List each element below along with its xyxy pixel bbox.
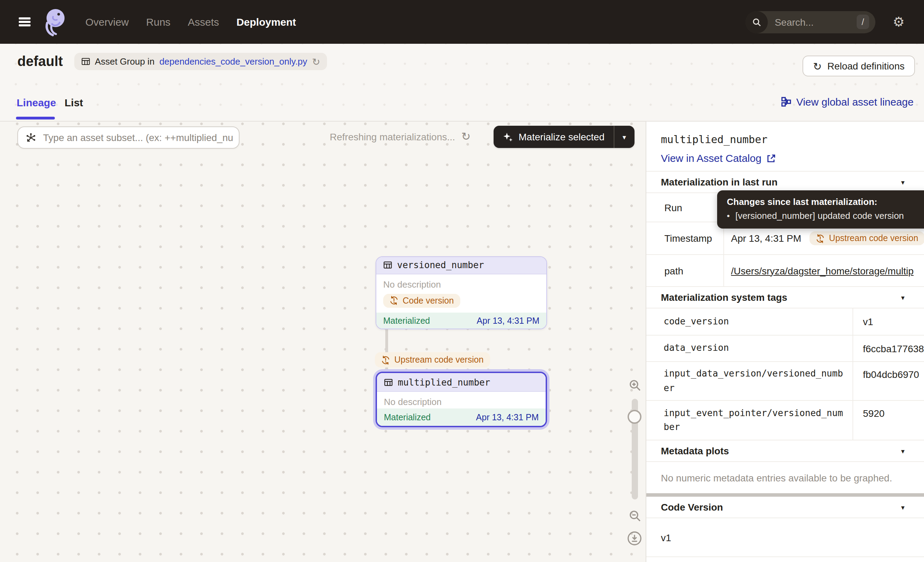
asset-details-sidebar: multiplied_number View in Asset Catalog …	[646, 122, 924, 562]
asset-node-description: No description	[376, 274, 546, 289]
tooltip-change-item: [versioned_number] updated code version	[735, 210, 904, 221]
chip-reload-icon[interactable]: ↻	[312, 56, 320, 67]
path-row: path /Users/sryza/dagster_home/storage/m…	[646, 255, 924, 287]
materialize-selected-button[interactable]: Materialize selected ▾	[494, 126, 634, 148]
asset-group-chip: Asset Group in dependencies_code_version…	[74, 53, 327, 70]
page-title: default	[17, 54, 63, 69]
nav-item-runs[interactable]: Runs	[146, 16, 170, 28]
zoom-out-icon[interactable]	[628, 509, 641, 522]
refresh-icon[interactable]: ↻	[461, 131, 471, 143]
reload-definitions-button[interactable]: ↻ Reload definitions	[802, 56, 915, 77]
section-metadata-plots[interactable]: Metadata plots ▾	[646, 440, 924, 462]
tab-list[interactable]: List	[64, 96, 83, 108]
metadata-plots-empty-text: No numeric metadata entries available to…	[646, 462, 924, 493]
zoom-slider-knob[interactable]	[628, 410, 642, 424]
code-version-icon	[816, 234, 825, 243]
path-value-link[interactable]: /Users/sryza/dagster_home/storage/multip	[731, 265, 914, 276]
chevron-down-icon[interactable]: ▾	[901, 178, 904, 186]
asset-subset-icon	[26, 132, 36, 143]
tab-lineage[interactable]: Lineage	[16, 96, 56, 108]
active-tab-underline	[16, 117, 55, 119]
asset-subset-input[interactable]	[42, 131, 239, 144]
nav-item-overview[interactable]: Overview	[86, 16, 129, 28]
tag-value: 5920	[853, 401, 924, 440]
nav-item-deployment[interactable]: Deployment	[236, 16, 296, 28]
asset-group-file-link[interactable]: dependencies_code_version_only.py	[159, 56, 307, 67]
gear-icon[interactable]: ⚙	[889, 15, 909, 29]
chevron-down-icon[interactable]: ▾	[901, 503, 904, 511]
tooltip-title: Changes since last materialization:	[727, 197, 920, 207]
timestamp-value: Apr 13, 4:31 PM	[731, 233, 801, 244]
materialized-timestamp[interactable]: Apr 13, 4:31 PM	[477, 316, 539, 326]
asset-graph-pane[interactable]: Refreshing materializations... ↻ Materia…	[0, 122, 646, 562]
timestamp-label: Timestamp	[646, 222, 724, 254]
system-tag-row: input_data_version/versioned_number fb04…	[646, 362, 924, 401]
system-tag-row: code_version v1	[646, 308, 924, 335]
tag-key: code_version	[646, 308, 853, 335]
search-input[interactable]	[768, 17, 856, 27]
tag-value: f6ccba177638	[853, 335, 924, 361]
section-materialization-in-last-run[interactable]: Materialization in last run ▾	[646, 171, 924, 193]
table-icon	[383, 261, 392, 270]
section-divider	[646, 493, 924, 497]
asset-node-description: No description	[377, 392, 546, 407]
chevron-down-icon[interactable]: ▾	[901, 293, 904, 301]
materialize-dropdown-caret[interactable]: ▾	[614, 126, 634, 148]
view-global-asset-lineage-link[interactable]: View global asset lineage	[781, 96, 914, 108]
menu-icon[interactable]	[19, 17, 30, 26]
upstream-code-version-tag[interactable]: Upstream code version	[810, 231, 924, 245]
section-config[interactable]: Config	[646, 557, 924, 562]
slash-shortcut-badge: /	[856, 15, 869, 29]
download-graph-icon[interactable]	[627, 531, 642, 546]
external-link-icon	[766, 153, 776, 163]
code-version-tag[interactable]: Code version	[383, 293, 460, 307]
page-header: default Asset Group in dependencies_code…	[0, 44, 924, 122]
table-icon	[384, 377, 393, 386]
chevron-down-icon[interactable]: ▾	[901, 447, 904, 455]
tag-value: v1	[853, 308, 924, 335]
refreshing-status: Refreshing materializations... ↻	[330, 131, 471, 143]
lineage-graph-icon	[781, 96, 791, 107]
view-in-asset-catalog-link[interactable]: View in Asset Catalog	[661, 152, 776, 164]
reload-icon: ↻	[813, 61, 822, 71]
sidebar-asset-name: multiplied_number	[661, 134, 924, 146]
materialized-status: Materialized	[384, 412, 431, 422]
bullet-icon: •	[727, 211, 730, 221]
code-version-icon	[390, 296, 399, 305]
code-version-value: v1	[646, 518, 924, 557]
run-label: Run	[646, 193, 724, 222]
system-tag-row: input_event_pointer/versioned_number 592…	[646, 401, 924, 440]
nav-links: Overview Runs Assets Deployment	[86, 16, 296, 28]
materialized-status: Materialized	[383, 316, 430, 326]
zoom-in-icon[interactable]	[628, 379, 641, 392]
asset-node-versioned-number[interactable]: versioned_number No description Code ver…	[376, 256, 547, 329]
asset-node-title: versioned_number	[397, 260, 484, 270]
nav-item-assets[interactable]: Assets	[188, 16, 219, 28]
upstream-code-version-tag[interactable]: Upstream code version	[375, 352, 490, 368]
asset-group-icon	[81, 57, 90, 66]
materialized-timestamp[interactable]: Apr 13, 4:31 PM	[476, 412, 539, 422]
code-version-icon	[381, 355, 390, 364]
global-search[interactable]: /	[746, 11, 875, 33]
sparkle-icon	[502, 132, 513, 142]
path-label: path	[646, 255, 724, 286]
zoom-controls	[626, 379, 644, 546]
changes-tooltip: Changes since last materialization: • [v…	[717, 190, 924, 228]
tag-key: input_data_version/versioned_number	[646, 362, 853, 400]
asset-node-multiplied-number[interactable]: multiplied_number No description Materia…	[376, 372, 547, 427]
tag-key: input_event_pointer/versioned_number	[646, 401, 853, 440]
section-code-version[interactable]: Code Version ▾	[646, 497, 924, 518]
dagster-app: Overview Runs Assets Deployment / ⚙ defa…	[0, 0, 924, 562]
tag-value: fb04dcb6970	[853, 362, 924, 400]
section-materialization-system-tags[interactable]: Materialization system tags ▾	[646, 287, 924, 308]
asset-subset-filter[interactable]	[17, 126, 240, 149]
zoom-slider[interactable]	[632, 399, 638, 499]
asset-node-title: multiplied_number	[398, 377, 490, 387]
tag-key: data_version	[646, 335, 853, 361]
search-icon	[746, 11, 768, 33]
asset-group-label: Asset Group in	[95, 56, 154, 67]
dagster-logo-icon[interactable]	[42, 7, 68, 36]
top-nav: Overview Runs Assets Deployment / ⚙	[0, 0, 924, 44]
system-tag-row: data_version f6ccba177638	[646, 335, 924, 362]
